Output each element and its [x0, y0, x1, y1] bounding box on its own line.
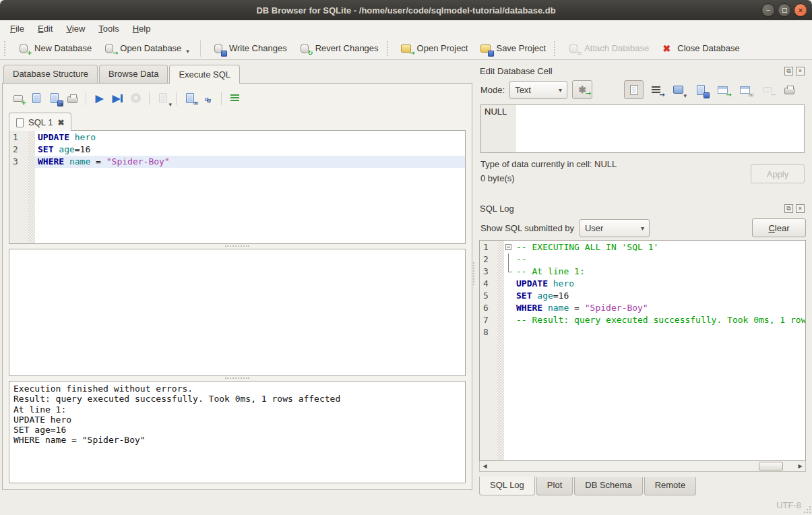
scroll-right-icon[interactable]: ▶ — [795, 461, 805, 471]
chevron-down-icon: ▾ — [186, 48, 189, 55]
code-text: -- EXECUTING ALL IN 'SQL 1' — [513, 241, 658, 253]
toolbar-handle[interactable] — [4, 41, 7, 56]
export-file-button[interactable] — [691, 80, 710, 99]
menu-edit[interactable]: Edit — [31, 22, 59, 36]
apply-button[interactable]: Apply — [751, 164, 805, 183]
print-button[interactable] — [780, 80, 799, 99]
write-changes-icon — [212, 42, 225, 55]
menu-bar: FileEditViewToolsHelp — [0, 20, 812, 37]
token-kw: SET — [38, 144, 59, 154]
toolbar-button-label: Write Changes — [229, 43, 287, 53]
horizontal-scrollbar[interactable]: ◀ ▶ — [479, 461, 806, 472]
menu-tools[interactable]: Tools — [92, 22, 125, 36]
scroll-left-icon[interactable]: ◀ — [480, 461, 490, 471]
sql-log-header: SQL Log ⧉ × — [478, 201, 806, 216]
results-pane[interactable] — [9, 249, 466, 376]
copy-link-button[interactable]: ∞ — [735, 80, 755, 99]
cell-info-row: Type of data currently in cell: NULL 0 b… — [480, 159, 805, 197]
code-line: SET age=16 — [504, 290, 805, 302]
close-panel-icon[interactable]: × — [796, 67, 805, 75]
menu-file[interactable]: File — [3, 22, 31, 36]
close-database-button[interactable]: ✖Close Database — [654, 39, 745, 57]
chevron-down-icon: ▾ — [168, 101, 172, 108]
fold-margin — [504, 326, 513, 338]
minimize-button[interactable]: − — [761, 3, 775, 17]
toolbar-handle[interactable] — [554, 41, 557, 56]
dock-tab-sql-log[interactable]: SQL Log — [479, 477, 535, 495]
results-output-splitter[interactable] — [9, 376, 466, 381]
print-button[interactable] — [63, 90, 82, 107]
edit-cell-header: Edit Database Cell ⧉ × — [478, 63, 806, 78]
clear-log-button[interactable]: Clear — [752, 218, 806, 237]
open-sql-file-icon — [30, 92, 43, 104]
fold-marker-icon[interactable] — [504, 241, 513, 253]
execute-sql-page: +▾▶▶✖▾∞aa SQL 1 ✖ 123 UPDATE heroSET age… — [2, 83, 472, 490]
new-sql-tab-button[interactable]: + — [9, 90, 27, 107]
set-null-button[interactable]: − — [757, 80, 777, 99]
submitted-by-select[interactable]: User ▾ — [580, 219, 650, 237]
maximize-button[interactable] — [778, 3, 791, 17]
editor-results-splitter[interactable] — [9, 244, 466, 249]
tab-browse-data[interactable]: Browse Data — [99, 65, 168, 83]
cell-value-editor[interactable]: NULL — [480, 104, 805, 153]
close-panel-icon[interactable]: × — [796, 204, 805, 213]
text-mode-icon — [627, 84, 641, 96]
resize-grip[interactable] — [803, 506, 811, 513]
mode-select[interactable]: Text ▾ — [509, 81, 567, 99]
revert-changes-button[interactable]: ↻Revert Changes — [292, 39, 384, 57]
sql-log-code[interactable]: -- EXECUTING ALL IN 'SQL 1'---- At line … — [504, 241, 805, 460]
scrollbar-thumb[interactable] — [759, 462, 783, 471]
sql-editor[interactable]: 123 UPDATE heroSET age=16WHERE name = "S… — [9, 130, 466, 244]
execution-output-pane[interactable]: Execution finished without errors.Result… — [9, 381, 466, 483]
float-panel-icon[interactable]: ⧉ — [784, 67, 793, 75]
close-database-icon: ✖ — [660, 42, 673, 55]
open-database-button[interactable]: →Open Database▾ — [97, 39, 195, 57]
auto-switch-mode-button[interactable]: ✱→ — [572, 80, 592, 99]
toolbar-separator — [149, 92, 150, 105]
open-project-button[interactable]: →Open Project — [394, 39, 474, 57]
find-button[interactable]: ∞ — [181, 90, 199, 107]
menu-view[interactable]: View — [59, 22, 92, 36]
line-number: 1 — [13, 131, 28, 144]
stop-button[interactable]: ✖ — [127, 90, 145, 107]
dock-tab-plot[interactable]: Plot — [536, 477, 573, 495]
write-changes-button[interactable]: Write Changes — [206, 39, 292, 57]
close-button[interactable]: × — [794, 3, 807, 17]
scrollbar-track[interactable] — [490, 461, 795, 471]
edit-cell-title: Edit Database Cell — [480, 66, 782, 76]
token-kw: UPDATE — [516, 278, 553, 289]
toolbar-handle[interactable] — [387, 41, 390, 56]
tab-execute-sql[interactable]: Execute SQL — [169, 65, 240, 84]
import-file-button[interactable]: ▾ — [668, 80, 688, 99]
sql-log-editor[interactable]: 12345678 -- EXECUTING ALL IN 'SQL 1'----… — [479, 240, 806, 461]
dock-tab-remote[interactable]: Remote — [644, 477, 697, 495]
save-results-button[interactable]: ▾ — [154, 90, 172, 107]
menu-help[interactable]: Help — [126, 22, 158, 36]
format-sql-button[interactable]: aa — [199, 90, 217, 107]
open-sql-file-button[interactable] — [27, 90, 45, 107]
token-kw: UPDATE — [38, 132, 75, 142]
text-mode-button[interactable] — [624, 80, 644, 99]
execute-line-button[interactable]: ▶ — [108, 90, 127, 107]
execute-all-button[interactable]: ▶ — [90, 90, 108, 107]
open-external-button[interactable]: → — [713, 80, 732, 99]
sql-editor-tab[interactable]: SQL 1 ✖ — [9, 113, 71, 131]
cell-editor-content[interactable] — [516, 105, 804, 152]
word-wrap-button[interactable]: → — [646, 80, 666, 99]
sql-toolbar: +▾▶▶✖▾∞aa — [9, 87, 466, 109]
tab-database-structure[interactable]: Database Structure — [3, 65, 98, 83]
left-panel: Database StructureBrowse DataExecute SQL… — [0, 60, 472, 495]
code-text: -- At line 1: — [513, 266, 585, 278]
sql-editor-code[interactable]: UPDATE heroSET age=16WHERE name = "Spide… — [35, 131, 465, 243]
save-project-button[interactable]: Save Project — [473, 39, 551, 57]
vertical-splitter[interactable] — [472, 60, 475, 495]
dock-tab-db-schema[interactable]: DB Schema — [574, 477, 642, 495]
save-sql-file-button[interactable]: ▾ — [45, 90, 63, 107]
close-tab-icon[interactable]: ✖ — [57, 119, 64, 127]
new-database-button[interactable]: +New Database — [11, 39, 97, 57]
attach-database-button[interactable]: ∞Attach Database — [561, 39, 654, 57]
float-panel-icon[interactable]: ⧉ — [784, 204, 793, 213]
word-wrap-list-button[interactable] — [226, 90, 244, 107]
format-sql-icon: aa — [201, 92, 215, 104]
word-wrap-list-icon — [228, 92, 242, 104]
